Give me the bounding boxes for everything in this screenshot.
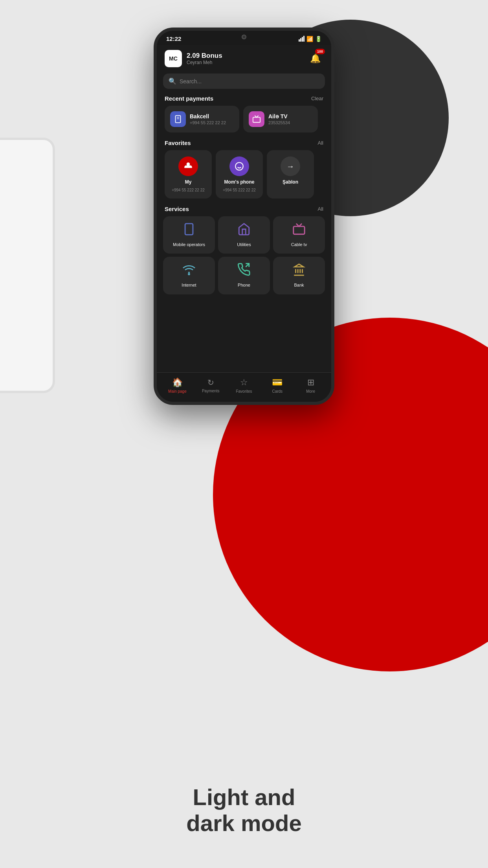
aila-tv-name: Ailə TV [268, 113, 290, 120]
favorites-header: Favorites All [157, 138, 331, 150]
svg-marker-17 [295, 264, 304, 267]
favorites-nav-label: Favorites [236, 389, 252, 394]
nav-payments[interactable]: ↻ Payments [194, 378, 227, 393]
mobile-operators-name: Mobile operators [173, 242, 205, 247]
status-time: 12:22 [166, 35, 181, 42]
search-bar[interactable]: 🔍 Search... [163, 74, 325, 89]
header-left: MC 2.09 Bonus Ceyran Meh [165, 50, 222, 67]
bakcell-info: Bakcell +994 55 222 22 22 [190, 113, 226, 125]
wifi-icon: 📶 [306, 36, 313, 42]
bank-icon [292, 263, 306, 279]
notification-button[interactable]: 100 🔔 [307, 50, 323, 67]
payments-label: Payments [202, 389, 219, 393]
my-fav-sub: +994 55 222 22 22 [172, 188, 205, 192]
aila-tv-info: Ailə TV 235325534 [268, 113, 290, 125]
services-grid: Mobile operators Utilities [157, 216, 331, 298]
search-placeholder: Search... [180, 78, 202, 85]
sablon-name: Şablon [283, 179, 298, 185]
nav-favorites[interactable]: ☆ Favorites [227, 377, 261, 394]
more-icon: ⊞ [307, 377, 314, 388]
bakcell-sub: +994 55 222 22 22 [190, 120, 226, 125]
svg-point-11 [189, 274, 190, 275]
cards-icon: 💳 [272, 377, 283, 388]
cable-tv-name: Cable tv [291, 242, 307, 247]
header: MC 2.09 Bonus Ceyran Meh 100 🔔 [157, 45, 331, 72]
favorites-icon: ☆ [240, 377, 248, 388]
moms-phone-name: Mom's phone [224, 179, 255, 185]
payment-card-aila-tv[interactable]: Ailə TV 235325534 [243, 106, 318, 132]
mobile-operators-icon [182, 223, 196, 239]
clear-button[interactable]: Clear [311, 96, 323, 101]
internet-name: Internet [182, 282, 196, 288]
services-title: Services [165, 206, 189, 212]
bakcell-icon [170, 111, 186, 127]
bell-icon: 🔔 [310, 53, 321, 64]
notification-badge: 100 [315, 49, 325, 54]
favorite-my[interactable]: My +994 55 222 22 22 [165, 150, 212, 199]
svg-point-4 [187, 162, 190, 166]
aila-tv-icon [249, 111, 264, 127]
tagline-line2: dark mode [186, 810, 301, 837]
home-icon: 🏠 [172, 377, 183, 388]
bottom-nav: 🏠 Main page ↻ Payments ☆ Favorites 💳 Car… [157, 372, 331, 399]
bottom-tagline: Light and dark mode [186, 784, 301, 837]
recent-payments-header: Recent payments Clear [157, 94, 331, 106]
sablon-icon: → [281, 156, 300, 176]
service-cable-tv[interactable]: Cable tv [273, 216, 325, 254]
service-mobile-operators[interactable]: Mobile operators [163, 216, 215, 254]
signal-bars [299, 36, 305, 42]
service-utilities[interactable]: Utilities [218, 216, 270, 254]
my-fav-icon [178, 156, 198, 176]
internet-icon [182, 263, 196, 279]
utilities-icon [237, 223, 251, 239]
second-phone-partial: All Ailə TV [0, 138, 55, 393]
phone-frame: 12:22 📶 🔋 MC 2.09 Bonus Ceyran Meh [154, 28, 334, 405]
service-bank[interactable]: Bank [273, 257, 325, 294]
svg-rect-10 [294, 226, 305, 234]
payment-card-bakcell[interactable]: Bakcell +994 55 222 22 22 [165, 106, 239, 132]
services-all-link[interactable]: All [318, 206, 323, 212]
moms-phone-sub: +994 55 222 22 22 [223, 188, 256, 192]
services-header: Services All [157, 204, 331, 216]
search-icon: 🔍 [169, 77, 176, 85]
battery-icon: 🔋 [315, 36, 322, 42]
status-bar: 12:22 📶 🔋 [157, 31, 331, 45]
nav-cards[interactable]: 💳 Cards [261, 377, 294, 394]
bonus-amount: 2.09 Bonus [187, 52, 222, 60]
nav-more[interactable]: ⊞ More [294, 377, 327, 394]
bakcell-name: Bakcell [190, 113, 226, 120]
favorite-sablon[interactable]: → Şablon [267, 150, 314, 199]
recent-payments-title: Recent payments [165, 95, 213, 102]
svg-rect-3 [253, 117, 260, 122]
utilities-name: Utilities [237, 242, 251, 247]
aila-tv-sub: 235325534 [268, 120, 290, 125]
payments-icon: ↻ [207, 378, 214, 387]
status-icons: 📶 🔋 [299, 36, 322, 42]
user-avatar[interactable]: MC [165, 50, 182, 67]
svg-point-5 [235, 162, 243, 170]
my-fav-name: My [185, 179, 192, 185]
phone-icon [237, 263, 251, 279]
user-name: Ceyran Meh [187, 60, 222, 65]
favorites-all-link[interactable]: All [318, 140, 323, 146]
tagline-line1: Light and [186, 784, 301, 811]
favorite-moms-phone[interactable]: Mom's phone +994 55 222 22 22 [216, 150, 263, 199]
cable-tv-icon [292, 223, 306, 239]
favorites-title: Favorites [165, 140, 191, 146]
header-info: 2.09 Bonus Ceyran Meh [187, 52, 222, 65]
favorites-list: My +994 55 222 22 22 Mom's phone +994 55… [157, 150, 331, 204]
cards-label: Cards [272, 389, 283, 394]
recent-payments-list: Bakcell +994 55 222 22 22 Ailə TV 235325… [157, 106, 331, 138]
service-phone[interactable]: Phone [218, 257, 270, 294]
main-page-label: Main page [168, 389, 187, 394]
nav-main-page[interactable]: 🏠 Main page [161, 377, 194, 394]
moms-phone-icon [229, 156, 249, 176]
more-label: More [306, 389, 315, 394]
service-internet[interactable]: Internet [163, 257, 215, 294]
bank-name: Bank [294, 282, 304, 288]
phone-service-name: Phone [238, 282, 250, 288]
svg-rect-0 [176, 116, 181, 123]
phone-screen: MC 2.09 Bonus Ceyran Meh 100 🔔 🔍 Search.… [157, 45, 331, 399]
